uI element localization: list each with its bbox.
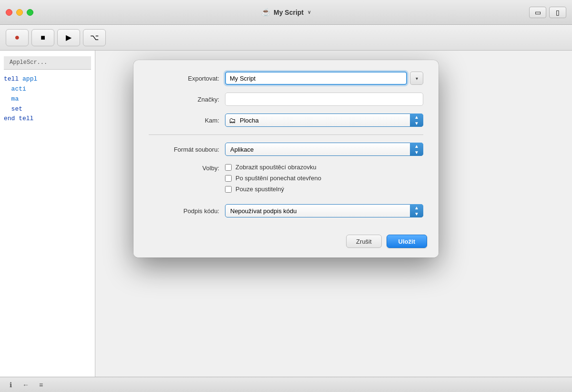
export-row: Exportovat: ▾: [149, 72, 423, 85]
where-select-wrapper: Plocha 🗂 ▲ ▼: [225, 113, 423, 127]
stop-button[interactable]: ■: [31, 29, 54, 46]
options-group: Zobrazit spouštěcí obrazovku Po spuštění…: [225, 164, 423, 196]
checkbox-run-only-label[interactable]: Pouze spustitelný: [235, 186, 284, 193]
file-format-row: Formát souboru: Aplikace Skript Text ▲ ▼: [149, 143, 423, 156]
maximize-button[interactable]: [27, 9, 33, 16]
tags-row: Značky:: [149, 93, 423, 106]
export-input[interactable]: [225, 72, 407, 85]
cancel-button[interactable]: Zrušit: [346, 235, 382, 248]
toolbar: ● ■ ▶ ⌥: [0, 25, 572, 51]
back-icon: ←: [22, 381, 29, 389]
code-sign-control: Nepoužívat podpis kódu ▲ ▼: [225, 204, 423, 217]
layout-split-button[interactable]: ▭: [529, 7, 546, 18]
where-row: Kam: Plocha 🗂 ▲ ▼: [149, 113, 423, 127]
where-control: Plocha 🗂 ▲ ▼: [225, 113, 423, 127]
code-sign-select-wrapper: Nepoužívat podpis kódu ▲ ▼: [225, 204, 423, 217]
record-button[interactable]: ●: [6, 29, 29, 46]
divider-1: [149, 134, 423, 135]
minimize-button[interactable]: [16, 9, 23, 16]
chevron-down-icon: ▾: [416, 76, 418, 81]
where-select[interactable]: Plocha: [225, 113, 423, 127]
stop-icon: ■: [41, 33, 45, 42]
export-dropdown-button[interactable]: ▾: [410, 72, 423, 85]
export-label: Exportovat:: [149, 75, 225, 82]
play-icon: ▶: [66, 33, 72, 42]
window-title: My Script: [274, 9, 304, 16]
code-sign-label: Podpis kódu:: [149, 207, 225, 215]
main-area: AppleScr... tell appl acti ma set end te…: [0, 51, 572, 377]
record-icon: ●: [15, 32, 20, 42]
checkbox-row-2: Po spuštění ponechat otevřeno: [225, 175, 423, 182]
list-icon: ≡: [39, 381, 43, 389]
file-format-label: Formát souboru:: [149, 146, 225, 153]
close-button[interactable]: [6, 9, 12, 16]
back-button[interactable]: ←: [21, 380, 31, 390]
save-button[interactable]: Uložit: [387, 235, 427, 248]
tags-label: Značky:: [149, 96, 225, 103]
status-bar: ℹ ← ≡: [0, 377, 572, 392]
code-sign-row: Podpis kódu: Nepoužívat podpis kódu ▲ ▼: [149, 204, 423, 217]
info-icon: ℹ: [10, 381, 12, 389]
checkbox-stay-open[interactable]: [225, 175, 232, 182]
checkbox-run-only[interactable]: [225, 186, 232, 193]
layout-panel-icon: ▯: [556, 9, 560, 16]
dialog-footer: Zrušit Uložit: [133, 225, 439, 258]
file-format-control: Aplikace Skript Text ▲ ▼: [225, 143, 423, 156]
file-format-select-wrapper: Aplikace Skript Text ▲ ▼: [225, 143, 423, 156]
title-chevron-icon[interactable]: ∨: [307, 10, 311, 15]
options-label: Volby:: [149, 164, 225, 172]
tags-control: [225, 93, 423, 106]
where-label: Kam:: [149, 117, 225, 124]
checkbox-startup-label[interactable]: Zobrazit spouštěcí obrazovku: [235, 164, 317, 171]
list-button[interactable]: ≡: [36, 380, 46, 390]
dialog-content: Exportovat: ▾ Značky:: [133, 60, 439, 217]
checkbox-startup-screen[interactable]: [225, 164, 232, 171]
checkbox-stay-open-label[interactable]: Po spuštění ponechat otevřeno: [235, 175, 321, 182]
dialog-overlay: Exportovat: ▾ Značky:: [0, 51, 572, 377]
compile-icon: ⌥: [90, 33, 99, 42]
code-sign-select[interactable]: Nepoužívat podpis kódu: [225, 204, 423, 217]
title-bar: ☕ My Script ∨ ▭ ▯: [0, 0, 572, 25]
info-button[interactable]: ℹ: [6, 380, 15, 390]
window-title-area: ☕ My Script ∨: [261, 8, 311, 17]
tags-input[interactable]: [225, 93, 423, 106]
layout-panel-button[interactable]: ▯: [549, 7, 566, 18]
traffic-lights: [6, 9, 33, 16]
play-button[interactable]: ▶: [57, 29, 80, 46]
save-dialog: Exportovat: ▾ Značky:: [133, 60, 439, 258]
export-control: ▾: [225, 72, 423, 85]
file-format-select[interactable]: Aplikace Skript Text: [225, 143, 423, 156]
layout-split-icon: ▭: [535, 9, 541, 16]
checkbox-row-1: Zobrazit spouštěcí obrazovku: [225, 164, 423, 171]
window-controls-right: ▭ ▯: [529, 7, 566, 18]
options-row: Volby: Zobrazit spouštěcí obrazovku Po s…: [149, 164, 423, 196]
compile-button[interactable]: ⌥: [83, 29, 106, 46]
script-icon: ☕: [261, 8, 271, 17]
checkbox-row-3: Pouze spustitelný: [225, 186, 423, 193]
